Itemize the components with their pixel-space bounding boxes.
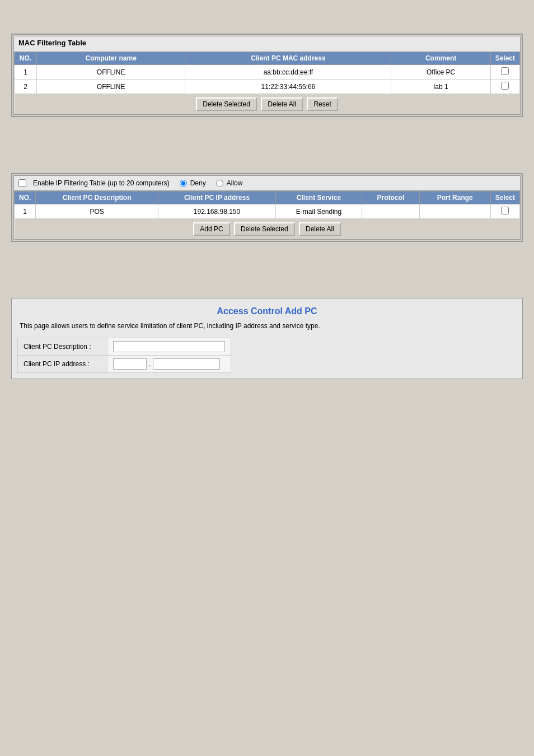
mac-row-1: 1 OFFLINE aa:bb:cc:dd:ee:ff Office PC (15, 65, 520, 80)
access-control-description: This page allows users to define service… (12, 321, 522, 338)
ip-col-no: NO. (15, 192, 36, 204)
ip-col-service: Client Service (276, 192, 362, 204)
ip-row1-service: E-mail Sending (276, 204, 362, 219)
ip-part2-input[interactable] (153, 358, 220, 370)
mac-row1-comment: Office PC (391, 65, 490, 80)
mac-row1-checkbox[interactable] (501, 67, 509, 75)
mac-row2-mac: 11:22:33:44:55:66 (185, 80, 391, 94)
mac-row2-comment: lab 1 (391, 80, 490, 94)
mac-row1-select[interactable] (490, 65, 519, 80)
mac-row2-name: OFFLINE (37, 80, 185, 94)
ip-add-pc-button[interactable]: Add PC (193, 222, 229, 236)
ip-col-port: Port Range (419, 192, 490, 204)
description-input[interactable] (113, 341, 225, 352)
ip-row-1: 1 POS 192.168.98.150 E-mail Sending (15, 204, 520, 219)
ip-filter-allow-radio[interactable] (216, 180, 223, 187)
ip-col-select: Select (490, 192, 519, 204)
ip-delete-all-button[interactable]: Delete All (299, 222, 341, 236)
mac-row2-no: 2 (15, 80, 37, 94)
mac-row-2: 2 OFFLINE 11:22:33:44:55:66 lab 1 (15, 80, 520, 94)
ip-filtering-table: NO. Client PC Description Client PC IP a… (14, 191, 520, 239)
mac-col-select: Select (490, 52, 519, 65)
ip-row1-protocol (362, 204, 419, 219)
mac-filtering-title: MAC Filtering Table (14, 36, 520, 49)
ip-filter-header: Enable IP Filtering Table (up to 20 comp… (14, 176, 520, 191)
ip-delete-selected-button[interactable]: Delete Selected (234, 222, 295, 236)
ip-row1-ip: 192.168.98.150 (158, 204, 276, 219)
mac-row2-select[interactable] (490, 80, 519, 94)
ip-col-ip: Client PC IP address (158, 192, 276, 204)
mac-filtering-table: NO. Computer name Client PC MAC address … (14, 52, 520, 114)
description-value-cell[interactable] (107, 338, 231, 356)
mac-reset-button[interactable]: Reset (307, 97, 338, 111)
ip-col-protocol: Protocol (362, 192, 419, 204)
ip-row1-desc: POS (36, 204, 158, 219)
ip-address-label: Client PC IP address : (18, 356, 107, 373)
mac-delete-selected-button[interactable]: Delete Selected (196, 97, 257, 111)
mac-row1-mac: aa:bb:cc:dd:ee:ff (185, 65, 391, 80)
mac-col-no: NO. (15, 52, 37, 65)
ip-address-row: Client PC IP address : . (18, 356, 231, 373)
mac-col-mac: Client PC MAC address (185, 52, 391, 65)
mac-row2-checkbox[interactable] (501, 82, 509, 90)
ip-row1-no: 1 (15, 204, 36, 219)
access-control-form: Client PC Description : Client PC IP add… (17, 338, 231, 373)
mac-col-name: Computer name (37, 52, 185, 65)
ip-filter-allow-group: Allow (213, 179, 243, 187)
ip-separator: . (149, 360, 151, 368)
ip-row1-port (419, 204, 490, 219)
mac-col-comment: Comment (391, 52, 490, 65)
ip-filter-deny-label: Deny (190, 179, 206, 187)
ip-row1-checkbox[interactable] (501, 207, 509, 214)
description-label: Client PC Description : (18, 338, 107, 356)
ip-col-desc: Client PC Description (36, 192, 158, 204)
ip-filter-deny-radio[interactable] (180, 180, 187, 187)
mac-delete-all-button[interactable]: Delete All (261, 97, 303, 111)
mac-row1-no: 1 (15, 65, 37, 80)
description-row: Client PC Description : (18, 338, 231, 356)
ip-address-value-cell[interactable]: . (107, 356, 231, 373)
ip-row1-select[interactable] (490, 204, 519, 219)
access-control-title: Access Control Add PC (12, 298, 522, 321)
mac-row1-name: OFFLINE (37, 65, 185, 80)
ip-filter-enable-checkbox[interactable] (18, 179, 26, 187)
ip-filter-deny-group: Deny (176, 179, 206, 187)
ip-part1-input[interactable] (113, 358, 147, 370)
ip-filter-allow-label: Allow (227, 179, 243, 187)
ip-buttons-row: Add PC Delete Selected Delete All (15, 219, 520, 240)
mac-buttons-row: Delete Selected Delete All Reset (15, 94, 520, 115)
ip-filter-header-label: Enable IP Filtering Table (up to 20 comp… (33, 179, 170, 187)
